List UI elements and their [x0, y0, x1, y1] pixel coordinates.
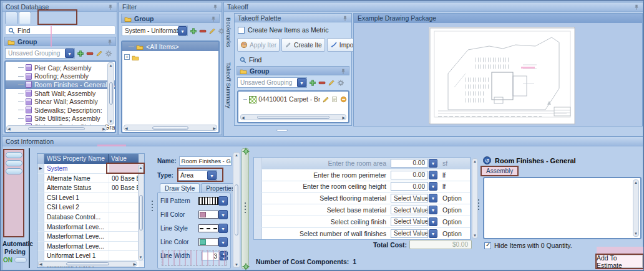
question-value-field[interactable]: Select Value: [391, 206, 428, 214]
total-cost-field[interactable]: $0.00: [409, 240, 472, 249]
wbs-property-value[interactable]: [109, 193, 139, 202]
wbs-property-value[interactable]: [109, 251, 139, 260]
question-row[interactable]: Select ceiling finish Select Value ▼ Opt…: [254, 216, 470, 228]
splitter-grip[interactable]: [245, 202, 246, 213]
tree-item[interactable]: Shear Wall; Assembly: [6, 97, 115, 106]
gear-icon[interactable]: [337, 79, 344, 87]
wbs-property-value[interactable]: [109, 242, 139, 251]
tree-item[interactable]: Shaft Wall; Assembly: [6, 89, 115, 98]
vertical-scrollbar[interactable]: ▲▼: [138, 164, 144, 260]
chevron-down-icon[interactable]: ▼: [429, 194, 437, 202]
wbs-table-row[interactable]: CSI Level 2: [37, 202, 144, 212]
workbook-tab[interactable]: [237, 130, 246, 131]
sidebar-button[interactable]: [6, 160, 22, 166]
wbs-table-row[interactable]: Uniformat Level 1: [37, 251, 144, 261]
pin-icon[interactable]: [210, 16, 217, 22]
splitter-grip[interactable]: [478, 199, 479, 210]
question-row[interactable]: Select base material Select Value ▼ Opti…: [254, 204, 470, 216]
workbook-tab[interactable]: [266, 130, 276, 131]
add-icon[interactable]: [309, 79, 316, 87]
horizontal-scrollbar[interactable]: ◀▶: [240, 114, 346, 120]
pin-button[interactable]: [212, 3, 218, 11]
grouping-select[interactable]: Unsaved Grouping ▼: [5, 48, 75, 59]
pin-icon[interactable]: [633, 4, 640, 11]
apply-item-button[interactable]: Apply Iter: [237, 38, 280, 52]
horizontal-scrollbar[interactable]: ◀▶: [38, 261, 137, 267]
chevron-down-icon[interactable]: ▼: [297, 78, 306, 87]
chevron-down-icon[interactable]: ▼: [218, 237, 228, 247]
add-icon[interactable]: [77, 50, 84, 57]
workbook-tab[interactable]: [256, 130, 266, 131]
chevron-down-icon[interactable]: ▼: [207, 171, 217, 180]
wbs-property-value[interactable]: 00 Base Bid: [109, 183, 139, 193]
expand-icon[interactable]: +: [124, 54, 130, 60]
gear-icon[interactable]: [105, 50, 112, 57]
question-value-field[interactable]: 0.00: [391, 171, 428, 179]
tree-item[interactable]: Sidewalks; Description:: [6, 106, 115, 115]
workbook-tab[interactable]: [227, 130, 237, 131]
filter-grouping-select[interactable]: System - Uniformat ▼: [122, 26, 188, 36]
vertical-scrollbar[interactable]: ▲▼: [633, 179, 639, 237]
cost-database-tab[interactable]: [19, 11, 31, 24]
remove-icon[interactable]: [86, 50, 94, 57]
wbs-table-row[interactable]: Database Control...: [37, 212, 144, 222]
pin-icon[interactable]: [212, 4, 218, 11]
chevron-down-icon[interactable]: ▼: [218, 196, 228, 206]
question-value-field[interactable]: 0.00: [391, 182, 428, 191]
add-to-estimate-button[interactable]: Add To Estimate: [595, 254, 644, 269]
edit-icon[interactable]: [95, 50, 103, 57]
notes-icon[interactable]: [331, 96, 338, 103]
workbook-tab[interactable]: [276, 129, 288, 131]
row-selector[interactable]: [37, 193, 44, 202]
row-selector[interactable]: [37, 164, 44, 173]
add-icon[interactable]: [190, 27, 197, 35]
pin-icon[interactable]: [340, 69, 346, 75]
question-value-field[interactable]: Select Value: [391, 217, 428, 226]
wbs-property-value[interactable]: [109, 232, 139, 241]
wbs-table-row[interactable]: System: [37, 164, 144, 174]
pin-icon[interactable]: [107, 39, 113, 45]
row-selector[interactable]: [254, 216, 262, 227]
takeoff-item-row[interactable]: 04410001 Carpet - Broadlo: [238, 92, 348, 103]
wbs-table-row[interactable]: Masterformat Leve...: [37, 232, 144, 242]
pin-button[interactable]: [107, 37, 113, 45]
chevron-down-icon[interactable]: ▼: [218, 210, 228, 219]
row-selector[interactable]: [37, 202, 44, 212]
sidebar-button[interactable]: [6, 152, 22, 158]
tree-item-all-items[interactable]: <All Items>: [122, 42, 218, 51]
pin-button[interactable]: [107, 3, 114, 11]
tree-item[interactable]: Pier Cap; Assembly: [6, 64, 115, 72]
question-value-field[interactable]: Select Value: [391, 194, 428, 202]
tree-item[interactable]: Site Utilities; Assembly: [6, 115, 115, 123]
wbs-table-row[interactable]: Alternate Name 00 Base Bid: [37, 174, 144, 184]
tree-item[interactable]: Room Finishes - General; Asse: [6, 80, 115, 89]
name-input[interactable]: Room Finishes - Gene: [179, 156, 232, 166]
remove-icon[interactable]: [199, 27, 207, 35]
question-value-field[interactable]: 0.00: [391, 159, 428, 168]
chevron-down-icon[interactable]: ▼: [218, 224, 228, 233]
auto-pricing-toggle[interactable]: [14, 257, 27, 263]
wbs-table-row[interactable]: Alternate Status 00 Base Bid: [37, 183, 144, 193]
chevron-down-icon[interactable]: ▼: [178, 26, 187, 36]
chevron-down-icon[interactable]: ▼: [429, 229, 437, 238]
horizontal-scrollbar[interactable]: ◀▶: [124, 125, 217, 131]
drawing-sheet[interactable]: [429, 27, 575, 124]
wbs-property-value[interactable]: [109, 222, 139, 232]
row-selector[interactable]: [37, 242, 44, 251]
question-row[interactable]: Enter the room ceiling height 0.00 ▼ lf: [254, 181, 470, 193]
workbook-tab[interactable]: [246, 130, 256, 131]
chevron-down-icon[interactable]: ▼: [429, 206, 437, 214]
row-selector[interactable]: [254, 181, 262, 193]
tab-draw-style[interactable]: Draw Style: [160, 183, 200, 193]
column-header-name[interactable]: WBS Property Name: [44, 154, 109, 164]
cost-database-tab[interactable]: [5, 11, 17, 24]
wbs-table-row[interactable]: Masterformat Leve...: [37, 222, 144, 232]
row-selector[interactable]: [37, 232, 44, 241]
question-row[interactable]: Select flooring material Select Value ▼ …: [254, 193, 470, 204]
tree-item-collapsed[interactable]: +: [122, 51, 218, 61]
column-header-value[interactable]: Value: [109, 154, 139, 164]
chevron-down-icon[interactable]: ▼: [429, 182, 437, 191]
row-selector[interactable]: [37, 222, 44, 232]
pin-icon[interactable]: [342, 16, 348, 22]
tab-takeoff-summary[interactable]: Takeoff Summary: [225, 62, 232, 108]
